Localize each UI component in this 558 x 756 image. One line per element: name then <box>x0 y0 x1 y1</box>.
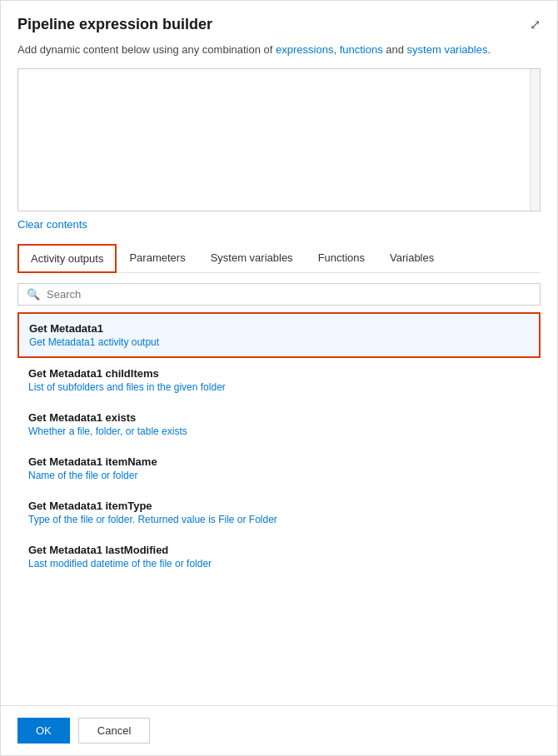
scrollbar <box>530 69 540 211</box>
subtitle-text-mid1: , <box>333 43 339 56</box>
list-item-title: Get Metadata1 exists <box>28 411 530 424</box>
search-container: 🔍 <box>17 283 541 306</box>
subtitle-text-mid2: and <box>383 43 407 56</box>
expressions-link[interactable]: expressions <box>276 43 333 56</box>
subtitle-text-before: Add dynamic content below using any comb… <box>17 43 276 56</box>
tab-functions[interactable]: Functions <box>306 244 377 272</box>
expand-icon[interactable]: ⤢ <box>530 17 541 32</box>
list-item-title: Get Metadata1 childItems <box>28 367 530 380</box>
list-item-subtitle: Whether a file, folder, or table exists <box>28 425 530 437</box>
expression-textarea[interactable] <box>18 69 540 211</box>
list-item[interactable]: Get Metadata1 existsWhether a file, fold… <box>17 402 541 446</box>
list-item-title: Get Metadata1 lastModified <box>28 544 530 556</box>
tab-activity-outputs[interactable]: Activity outputs <box>17 244 117 273</box>
tab-variables[interactable]: Variables <box>377 244 446 272</box>
search-input[interactable] <box>47 288 531 301</box>
dialog-footer: OK Cancel <box>1 705 557 755</box>
list-item[interactable]: Get Metadata1 itemTypeType of the file o… <box>17 490 541 535</box>
list-item-title: Get Metadata1 itemType <box>28 500 530 512</box>
list-item-subtitle: Name of the file or folder <box>28 470 530 481</box>
tab-parameters[interactable]: Parameters <box>117 244 197 272</box>
list-item-subtitle: Type of the file or folder. Returned val… <box>28 514 530 525</box>
tab-system-variables[interactable]: System variables <box>198 244 306 272</box>
list-item-title: Get Metadata1 <box>29 322 529 335</box>
subtitle-text-after: . <box>487 43 491 56</box>
list-item-subtitle: Last modified datetime of the file or fo… <box>28 558 530 569</box>
list-container: Get Metadata1Get Metadata1 activity outp… <box>17 312 541 579</box>
dialog-header: Pipeline expression builder ⤢ <box>1 1 557 42</box>
list-item-subtitle: List of subfolders and files in the give… <box>28 381 530 393</box>
list-item-title: Get Metadata1 itemName <box>28 455 530 468</box>
list-item-subtitle: Get Metadata1 activity output <box>29 336 529 348</box>
cancel-button[interactable]: Cancel <box>78 718 150 744</box>
search-icon: 🔍 <box>27 288 40 301</box>
subtitle: Add dynamic content below using any comb… <box>1 42 557 68</box>
tabs-container: Activity outputsParametersSystem variabl… <box>17 244 541 273</box>
list-item[interactable]: Get Metadata1Get Metadata1 activity outp… <box>17 312 541 358</box>
dialog-title: Pipeline expression builder <box>17 16 212 33</box>
clear-contents-link[interactable]: Clear contents <box>17 218 87 231</box>
list-item[interactable]: Get Metadata1 itemNameName of the file o… <box>17 446 541 490</box>
functions-link[interactable]: functions <box>340 43 383 56</box>
list-item[interactable]: Get Metadata1 lastModifiedLast modified … <box>17 535 541 579</box>
system-variables-link[interactable]: system variables <box>407 43 488 56</box>
expression-editor-wrapper <box>17 68 541 211</box>
list-item[interactable]: Get Metadata1 childItemsList of subfolde… <box>17 358 541 402</box>
ok-button[interactable]: OK <box>17 718 70 744</box>
